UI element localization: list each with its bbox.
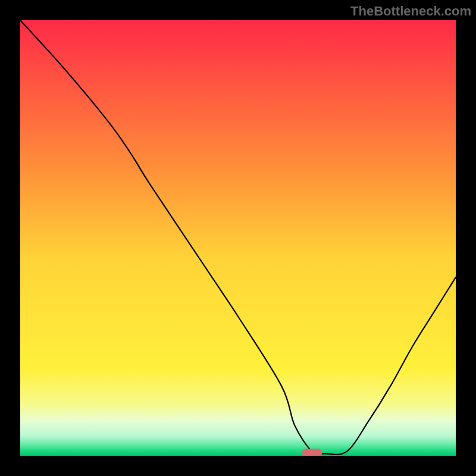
chart-svg <box>20 20 456 456</box>
chart-canvas: TheBottleneck.com <box>0 0 476 476</box>
attribution-label: TheBottleneck.com <box>350 4 471 19</box>
marker-pill <box>302 449 322 456</box>
gradient-background <box>20 20 456 456</box>
plot-area <box>20 20 456 456</box>
